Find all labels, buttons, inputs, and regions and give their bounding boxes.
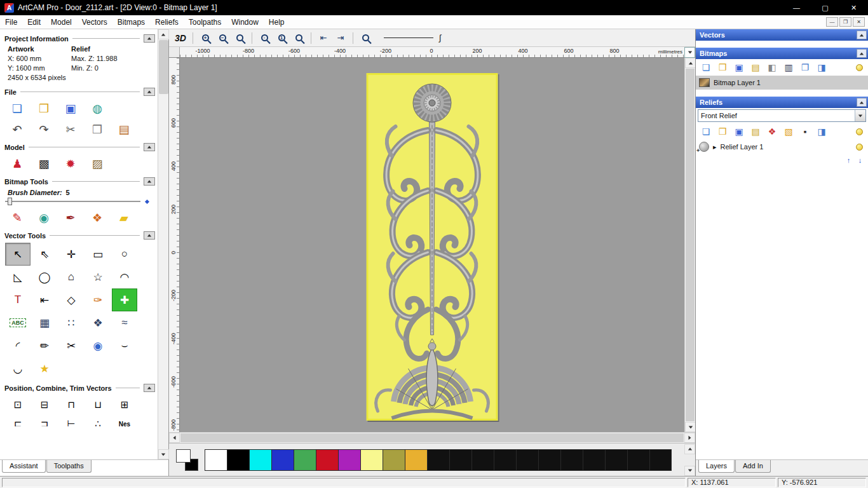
zoom-in-button[interactable]: + <box>198 31 213 45</box>
line-width-preview[interactable] <box>384 34 433 43</box>
canvas-horizontal-scrollbar[interactable] <box>169 432 695 443</box>
scroll-up-button[interactable] <box>158 29 169 39</box>
palette-swatch[interactable] <box>449 449 471 471</box>
collapse-section-button[interactable] <box>857 49 867 58</box>
scrollbar-thumb[interactable] <box>686 69 695 421</box>
paint-brush-icon[interactable]: ✎ <box>8 209 27 226</box>
align-left-icon[interactable]: ⊏ <box>5 414 31 426</box>
align-right-icon[interactable]: ⊐ <box>32 414 57 426</box>
menu-item[interactable]: Vectors <box>77 17 112 28</box>
scroll-up-button[interactable] <box>685 58 696 68</box>
space-evenly-icon[interactable]: ⊢ <box>58 414 84 426</box>
offset-tool[interactable]: ◇ <box>58 288 84 311</box>
collapse-section-button[interactable] <box>857 30 867 39</box>
palette-swatch[interactable] <box>471 449 494 471</box>
palette-swatch[interactable] <box>605 449 627 471</box>
polygon-tool[interactable]: ⌂ <box>58 266 84 288</box>
colour-palette-icon[interactable]: ❖ <box>88 209 107 226</box>
greyscale-layer-icon[interactable]: ▥ <box>782 61 796 74</box>
redo-icon[interactable]: ↷ <box>34 121 53 138</box>
palette-swatch[interactable] <box>583 449 605 471</box>
star-tool[interactable]: ☆ <box>85 266 111 288</box>
palette-swatch[interactable] <box>627 449 649 471</box>
toggle-all-visibility-button[interactable] <box>853 64 865 71</box>
palette-swatch[interactable] <box>205 449 227 471</box>
scroll-left-button[interactable] <box>169 433 180 443</box>
fillet-tool[interactable]: ◜ <box>5 334 31 357</box>
centre-in-page-icon[interactable]: ⊡ <box>5 395 31 414</box>
palette-swatch[interactable] <box>249 449 271 471</box>
palette-swatch[interactable] <box>538 449 560 471</box>
measure-tool[interactable]: ⇤ <box>32 288 57 311</box>
palette-scrollbar[interactable] <box>684 444 695 477</box>
scroll-down-button[interactable] <box>685 422 696 432</box>
delete-layer-icon[interactable]: ◨ <box>815 61 829 74</box>
palette-swatch[interactable] <box>427 449 449 471</box>
palette-swatch[interactable] <box>316 449 338 471</box>
collapse-section-button[interactable] <box>144 384 155 392</box>
foreground-background-colours[interactable] <box>174 448 201 472</box>
curve-fit-tool[interactable]: ⌣ <box>112 334 137 357</box>
save-relief-icon[interactable]: ▣ <box>732 125 746 138</box>
palette-swatch[interactable] <box>383 449 405 471</box>
align-top-icon[interactable]: ⊓ <box>58 395 84 414</box>
free-draw-tool[interactable]: ✏ <box>32 334 57 357</box>
expander-icon[interactable]: ▸ <box>713 143 717 151</box>
assistant-scrollbar[interactable] <box>158 29 168 459</box>
align-bottom-icon[interactable]: ⊔ <box>85 395 111 414</box>
delete-relief-icon[interactable]: ◨ <box>815 125 829 138</box>
menu-item[interactable]: Help <box>264 17 290 28</box>
scrollbar-thumb[interactable] <box>180 433 684 442</box>
palette-swatch[interactable] <box>649 449 672 471</box>
toggle-3d-view-button[interactable]: 3D <box>173 31 188 45</box>
relief-layer-row[interactable]: + ▸ Relief Layer 1 <box>696 140 868 154</box>
save-bitmap-icon[interactable]: ▣ <box>732 61 746 74</box>
contrast-icon[interactable]: ◧ <box>765 61 779 74</box>
palette-swatch[interactable] <box>494 449 516 471</box>
envelope-distort-tool[interactable]: ≈ <box>112 311 137 334</box>
block-array-icon[interactable]: ∴ <box>85 414 111 426</box>
move-layer-up-button[interactable]: ↑ <box>844 155 853 165</box>
align-centre-icon[interactable]: ⊞ <box>112 395 137 414</box>
sheet-icon[interactable]: ▤ <box>749 61 763 74</box>
mdi-restore-button[interactable]: ❐ <box>839 17 851 27</box>
canvas-vertical-scrollbar[interactable] <box>684 58 695 432</box>
open-relief-icon[interactable]: ❒ <box>715 125 729 138</box>
tab-assistant[interactable]: Assistant <box>2 460 46 473</box>
transform-tool[interactable]: ✛ <box>58 243 84 266</box>
toggle-layer-visibility-button[interactable] <box>853 144 865 151</box>
close-button[interactable]: ✕ <box>839 0 868 15</box>
greyscale-view-icon[interactable]: ▩ <box>34 155 53 172</box>
draw-pen-icon[interactable]: ✒ <box>61 209 80 226</box>
menu-item[interactable]: Edit <box>22 17 46 28</box>
scroll-down-button[interactable] <box>158 449 169 459</box>
minimize-button[interactable]: — <box>782 0 811 15</box>
relief-select-dropdown[interactable]: Front Relief <box>698 109 866 122</box>
join-vectors-tool[interactable]: ◡ <box>5 357 31 380</box>
spin-copy-tool[interactable]: ◉ <box>85 334 111 357</box>
zoom-selection-button[interactable] <box>358 31 373 45</box>
text-tool[interactable]: T <box>5 288 31 311</box>
slider-track[interactable] <box>5 201 140 202</box>
paste-along-curve-tool[interactable]: ✚ <box>112 288 137 311</box>
collapse-section-button[interactable] <box>144 177 155 186</box>
zoom-out-button[interactable]: − <box>215 31 230 45</box>
paste-array-tool[interactable]: ▦ <box>32 311 57 334</box>
cut-icon[interactable]: ✂ <box>61 121 80 138</box>
create-star-tool[interactable]: ★ <box>32 357 57 380</box>
flood-fill-icon[interactable]: ◉ <box>34 209 53 226</box>
new-relief-layer-icon[interactable]: ❏ <box>699 125 713 138</box>
ellipse-tool[interactable]: ◯ <box>32 266 57 288</box>
menu-item[interactable]: File <box>0 17 22 28</box>
ruler-units-dropdown[interactable] <box>684 47 695 58</box>
slider-thumb[interactable] <box>8 198 12 205</box>
dropdown-button[interactable] <box>855 110 865 121</box>
palette-swatch[interactable] <box>516 449 538 471</box>
palette-swatch[interactable] <box>560 449 583 471</box>
copy-layer-icon[interactable]: ❐ <box>798 61 812 74</box>
snap-right-button[interactable]: ⇥ <box>333 31 348 45</box>
centre-icon[interactable]: ⊟ <box>32 395 57 414</box>
import-export-icon[interactable]: ◍ <box>88 100 107 117</box>
palette-swatch[interactable] <box>338 449 360 471</box>
scrollbar-thumb[interactable] <box>159 40 168 94</box>
